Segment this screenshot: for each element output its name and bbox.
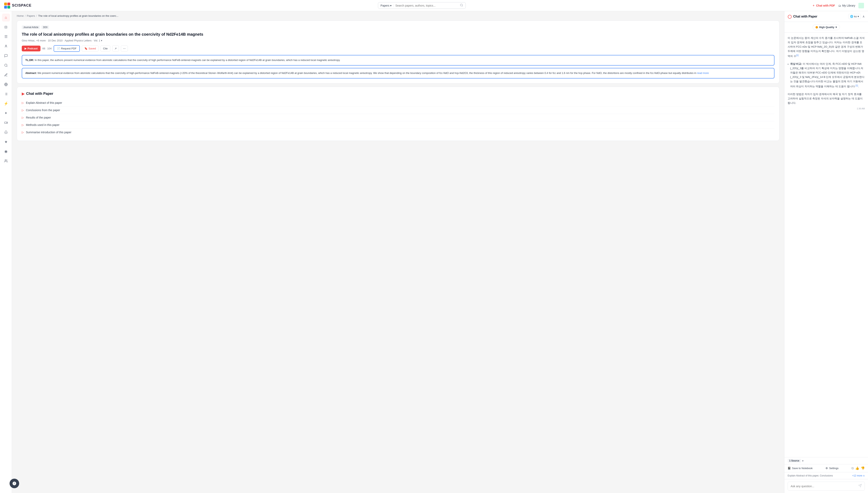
send-button[interactable] [858,484,862,488]
saved-button[interactable]: 🔖 Saved [82,45,99,51]
source-row: 1 Source ▾ [784,457,868,464]
sidebar-item-list[interactable] [2,90,10,98]
breadcrumb: Home / Papers / The role of local anisot… [17,14,780,17]
quality-badge[interactable]: High Quality ▾ [812,24,840,30]
quality-chevron-icon: ▾ [835,26,837,29]
breadcrumb-papers[interactable]: Papers [27,14,35,17]
svg-rect-14 [4,122,6,124]
breadcrumb-home[interactable]: Home [17,14,24,17]
sidebar-item-ai[interactable]: ✦ [2,109,10,117]
sidebar-item-video[interactable] [2,119,10,127]
tldr-text: In this paper, the authors present numer… [35,59,340,62]
request-pdf-button[interactable]: 📄 Request PDF [54,45,80,52]
svg-point-6 [5,64,7,66]
sidebar-item-user[interactable] [2,42,10,50]
podcast-button[interactable]: ▶ Podcast [22,46,40,51]
sidebar-item-star[interactable]: ★ [2,138,10,146]
my-library-button[interactable]: 🗂 My Library [838,4,855,7]
paper-authors: Gino Hrkac, +6 more · 10 Dec 2010 · Appl… [22,39,774,42]
paper-doi-tag: DOI [41,25,49,29]
message-3-text: 이러한 방법은 저자가 입자 경계에서의 왜곡 및 자기 정적 효과를 고려하여… [788,92,865,105]
sidebar-item-documents[interactable]: ☰ [2,33,10,41]
top-right-actions: ＋ Chat with PDF 🗂 My Library [812,3,864,8]
right-panel: ◯ Chat with Paper 🌐 ko ▾ ∧ High Quality [784,11,868,493]
sidebar-item-edit[interactable] [2,71,10,79]
plus-icon: ＋ [812,4,815,7]
collapse-panel-button[interactable]: ∧ [863,15,865,18]
sidebar-item-chat[interactable] [2,52,10,60]
chat-with-pdf-button[interactable]: ＋ Chat with PDF [812,4,835,7]
sidebar-item-lightning[interactable]: ⚡ [2,100,10,108]
gear-icon: ⚙ [826,467,828,470]
message-1-text: 이 논문에서는 원자 계산의 수치 증거를 조사하여 NdFeB-소결 자석의 … [788,36,865,59]
ellipsis-icon: ⋯ [123,47,126,50]
chat-messages-area: 이 논문에서는 원자 계산의 수치 증거를 조사하여 NdFeB-소결 자석의 … [784,33,868,457]
bullet-label: 위상 비교: [790,62,802,65]
sidebar-item-home[interactable]: ⌂ [2,14,10,22]
bullet-dot: • [788,62,789,89]
chat-prompts-list: ▷ Explain Abstract of this paper ▷ Concl… [22,99,774,136]
tldr-section: TL;DR: In this paper, the authors presen… [22,55,774,66]
panel-chat-icon: ◯ [788,14,792,19]
prompt-arrow-5: ▷ [22,131,24,134]
floating-chat-button[interactable] [9,479,19,488]
svg-point-4 [460,4,463,6]
breadcrumb-current: The role of local anisotropy profiles at… [38,14,119,17]
chat-prompt-methods[interactable]: ▷ Methods used in this paper [22,121,774,129]
language-button[interactable]: 🌐 ko ▾ [848,14,861,19]
pdf-icon: 📄 [57,47,60,50]
sidebar-item-people[interactable] [2,157,10,165]
ref-1-bullet[interactable]: [1] [855,84,858,87]
scispace-logo-icon [4,2,11,9]
chat-prompt-intro[interactable]: ▷ Summarise introduction of this paper [22,129,774,136]
svg-rect-1 [7,3,10,5]
chat-message-3: 이러한 방법은 저자가 입자 경계에서의 왜곡 및 자기 정적 효과를 고려하여… [788,92,865,110]
settings-button[interactable]: ⚙ Settings [826,467,839,470]
sidebar-item-notification[interactable] [2,128,10,136]
thumbs-up-button[interactable]: 👍 [855,466,859,470]
chat-message-1: 이 논문에서는 원자 계산의 수치 증거를 조사하여 NdFeB-소결 자석의 … [788,36,865,59]
feedback-buttons: ⧉ 👍 👎 [851,466,865,470]
paper-actions: ▶ Podcast 66 104 📄 Request PDF 🔖 Saved C [22,45,774,52]
play-icon: ▶ [24,47,26,50]
thumbs-down-button[interactable]: 👎 [861,466,865,470]
more-suggestions-button[interactable]: +12 more ∧ [852,474,865,477]
sidebar-item-search[interactable] [2,61,10,69]
chat-prompt-conclusions[interactable]: ▷ Conclusions from the paper [22,107,774,114]
svg-point-15 [5,159,6,161]
chat-prompt-results[interactable]: ▷ Results of the paper [22,114,774,121]
copy-button[interactable]: ⧉ [851,466,854,470]
bullet-item-phase-comparison: • 위상 비교: 이 박서에서는 여러 단계, 즉 FCC-nDO 및 HCP-… [788,62,865,89]
more-options-button[interactable]: ⋯ [121,45,128,51]
panel-actions: 📓 Save to Notebook ⚙ Settings ⧉ 👍 👎 [784,464,868,472]
search-type-dropdown[interactable]: Papers ▾ [381,4,394,7]
paper-title: The role of local anisotropy profiles at… [22,31,774,37]
bullet-text: 이 박서에서는 여러 단계, 즉 FCC-nDO 및 HCP-Nd\(_2O\)… [790,62,865,88]
svg-rect-2 [4,6,7,8]
paper-meta: Journal Article DOI [22,25,774,29]
quality-bar: High Quality ▾ [784,22,868,33]
citation-count: 66 [42,47,45,50]
user-avatar[interactable] [859,3,864,8]
search-input[interactable] [395,4,458,7]
read-more-link[interactable]: read more [697,71,709,74]
authors-expand-icon[interactable]: ▾ [101,39,102,42]
sidebar-item-library[interactable]: ⊟ [2,23,10,31]
chevron-icon: ▾ [857,15,859,18]
content-area: Home / Papers / The role of local anisot… [12,11,784,493]
bookmark-icon: 🔖 [84,47,87,50]
cite-button[interactable]: Cite [101,45,110,51]
source-button[interactable]: 1 Source ▾ [788,459,804,463]
source-chevron-icon: ▾ [802,459,804,462]
sidebar-item-network[interactable] [2,81,10,88]
ref-1[interactable]: [1] [796,54,799,56]
save-to-notebook-button[interactable]: 📓 Save to Notebook [788,467,812,470]
ask-input[interactable] [791,485,856,488]
chat-prompt-explain[interactable]: ▷ Explain Abstract of this paper [22,99,774,107]
share-button[interactable]: ↗ [112,45,119,51]
message-timestamp: 1:36 AM [788,107,865,110]
send-icon [858,484,862,488]
sidebar-item-openai[interactable]: ◉ [2,147,10,155]
search-submit-icon[interactable] [460,4,463,7]
svg-rect-0 [4,3,7,5]
